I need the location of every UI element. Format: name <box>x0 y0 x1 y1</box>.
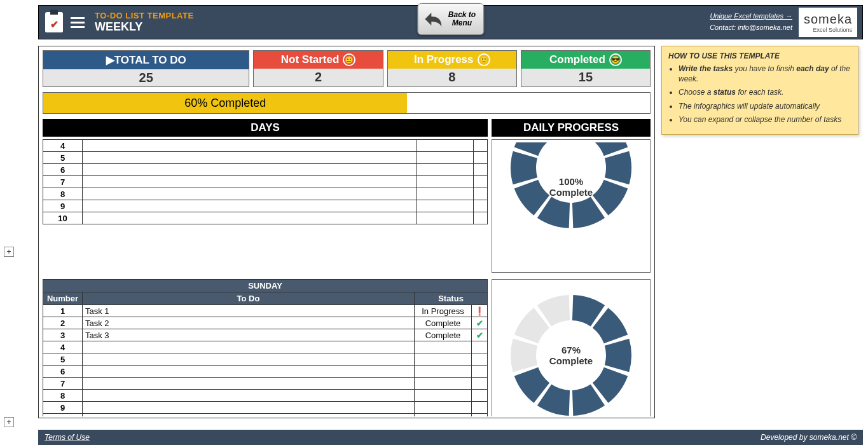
check-icon: ✔ <box>476 331 483 340</box>
donut-sunday: 67%Complete <box>492 279 651 416</box>
expand-group-button[interactable]: + <box>4 247 14 257</box>
stat-not-started: Not Started 😐 2 <box>253 50 383 87</box>
tips-title: HOW TO USE THIS TEMPLATE <box>668 51 851 60</box>
table-row[interactable]: 5 <box>43 353 488 366</box>
table-row[interactable]: 8 <box>43 390 488 402</box>
main-panel: ▶TOTAL TO DO 25 Not Started 😐 2 In Progr… <box>38 46 655 418</box>
warning-icon: ❗ <box>474 306 485 316</box>
table-row[interactable]: 4 <box>43 140 488 152</box>
table-row[interactable]: 4 <box>43 341 488 353</box>
table-row[interactable]: 7 <box>43 176 488 188</box>
day-table-sunday[interactable]: SUNDAY Number To Do Status 1Task 1In Pro… <box>43 279 488 416</box>
terms-link[interactable]: Terms of Use <box>45 433 90 442</box>
overall-progress-bar: 60% Completed <box>43 92 651 114</box>
table-row[interactable]: 9 <box>43 200 488 212</box>
title-bar: ✔ TO-DO LIST TEMPLATE WEEKLY Back toMenu… <box>38 5 863 39</box>
days-header: DAYS <box>43 119 488 137</box>
table-row[interactable]: 10 <box>43 414 488 417</box>
tip-item: Write the tasks you have to finsih each … <box>679 64 851 84</box>
expand-group-button[interactable]: + <box>4 417 14 427</box>
tips-panel: HOW TO USE THIS TEMPLATE Write the tasks… <box>661 46 858 135</box>
table-row[interactable]: 8 <box>43 188 488 200</box>
contact-text: Contact: info@someka.net <box>710 22 792 34</box>
donut-label: 67%Complete <box>549 345 593 366</box>
footer-bar: Terms of Use Developed by someka.net © <box>38 430 863 445</box>
daily-progress-header: DAILY PROGRESS <box>492 119 651 137</box>
tip-item: The infographics will update automatical… <box>679 102 851 112</box>
view-name: WEEKLY <box>95 20 194 34</box>
face-smile-icon: 🙂 <box>478 53 490 66</box>
tip-item: You can expand or collapse the number of… <box>679 115 851 125</box>
check-icon: ✔ <box>476 318 483 328</box>
stat-completed: Completed 😎 15 <box>521 50 651 87</box>
template-name: TO-DO LIST TEMPLATE <box>95 11 194 20</box>
table-row[interactable]: 6 <box>43 366 488 378</box>
logo: someka Excel Solutions <box>799 8 857 37</box>
day-title: SUNDAY <box>43 280 488 292</box>
hamburger-icon[interactable] <box>71 17 85 28</box>
table-row[interactable]: 7 <box>43 378 488 390</box>
table-row[interactable]: 3Task 3Complete✔ <box>43 329 488 341</box>
table-row[interactable]: 9 <box>43 402 488 414</box>
templates-link[interactable]: Unique Excel templates → <box>710 12 792 20</box>
stat-total: ▶TOTAL TO DO 25 <box>43 50 249 87</box>
clipboard-icon: ✔ <box>45 12 63 32</box>
donut-label: 100%Complete <box>549 176 593 198</box>
table-row[interactable]: 2Task 2Complete✔ <box>43 317 488 329</box>
table-row[interactable]: 5 <box>43 152 488 164</box>
face-grin-icon: 😎 <box>609 53 622 66</box>
back-arrow-icon <box>423 9 443 29</box>
table-row[interactable]: 10 <box>43 212 488 224</box>
table-row[interactable]: 1Task 1In Progress❗ <box>43 305 488 317</box>
tip-item: Choose a status for each task. <box>679 88 851 98</box>
developer-text: Developed by someka.net © <box>761 433 857 442</box>
day-table-prev: 45678910 <box>43 139 488 224</box>
back-to-menu-button[interactable]: Back toMenu <box>417 3 484 35</box>
face-neutral-icon: 😐 <box>343 53 355 66</box>
stat-in-progress: In Progress 🙂 8 <box>387 50 517 87</box>
table-row[interactable]: 6 <box>43 164 488 176</box>
donut-saturday: 100%Complete <box>492 139 651 273</box>
